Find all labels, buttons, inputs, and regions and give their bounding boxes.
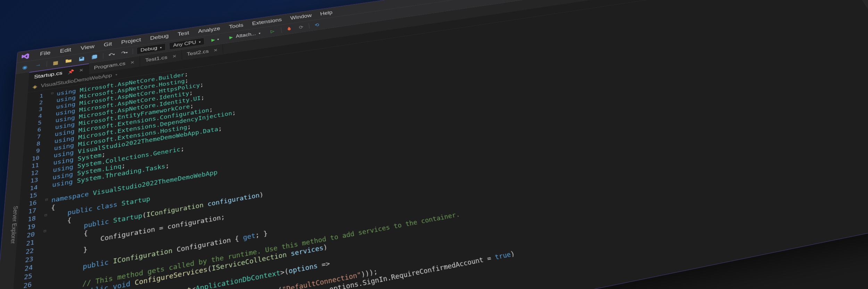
new-item-icon[interactable]: ▦ [50, 58, 60, 67]
chevron-down-icon: ▾ [199, 40, 201, 43]
close-icon[interactable]: ✕ [214, 48, 218, 52]
nav-back-icon[interactable]: ◉ [20, 63, 30, 71]
chevron-down-icon: ▾ [160, 46, 162, 49]
visual-studio-logo-icon [20, 52, 31, 61]
play-outline-icon: ▷ [270, 29, 274, 34]
chevron-down-icon: ▾ [217, 37, 219, 41]
save-all-icon[interactable] [90, 53, 99, 61]
close-icon[interactable]: ✕ [79, 68, 83, 73]
refresh-icon[interactable]: ⟲ [312, 21, 322, 29]
start-debug-button[interactable]: ▶ ▾ [208, 35, 223, 43]
chevron-down-icon: ▾ [258, 32, 260, 35]
ide-window: FileEditViewGitProjectDebugTestAnalyzeTo… [0, 0, 868, 289]
open-folder-icon[interactable] [64, 57, 73, 65]
start-no-debug-button[interactable]: ▷ [267, 28, 278, 35]
menu-help[interactable]: Help [316, 8, 337, 18]
close-icon[interactable]: ✕ [172, 54, 177, 59]
redo-icon[interactable]: ↷ ▾ [120, 49, 129, 57]
menu-edit[interactable]: Edit [56, 45, 76, 56]
undo-icon[interactable]: ↶ ▾ [107, 50, 116, 59]
play-icon: ▶ [211, 37, 215, 42]
hot-reload-icon[interactable] [284, 25, 294, 33]
play-icon: ▶ [229, 35, 233, 40]
nav-forward-icon[interactable]: → [33, 61, 43, 69]
menu-git[interactable]: Git [99, 39, 116, 50]
menu-test[interactable]: Test [173, 28, 193, 39]
close-icon[interactable]: ✕ [131, 60, 135, 65]
chevron-down-icon: ▾ [116, 73, 117, 76]
pin-icon[interactable]: 📌 [67, 69, 74, 75]
csharp-project-icon: ◈ [32, 84, 37, 90]
browser-link-icon[interactable]: ⟳ [296, 23, 306, 31]
menu-file[interactable]: File [35, 48, 55, 59]
save-icon[interactable] [77, 54, 86, 63]
